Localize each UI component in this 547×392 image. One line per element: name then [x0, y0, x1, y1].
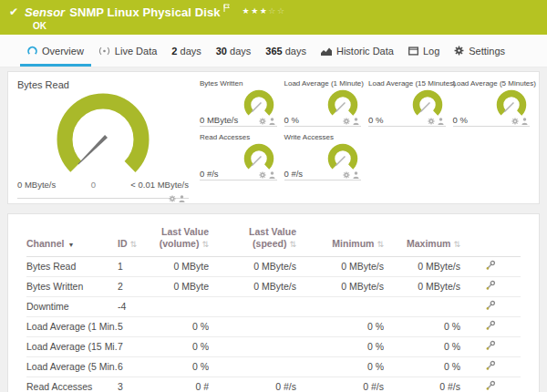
cell-id: 1: [118, 257, 152, 277]
tab-label: Historic Data: [336, 46, 394, 57]
table-row-downtime[interactable]: Downtime-4: [26, 297, 521, 317]
gauge-panel-read-accesses: Read Accesses0 #/s: [200, 133, 277, 181]
tab-label: Log: [423, 46, 439, 57]
tab-label: 2 days: [171, 46, 201, 57]
gauge-bottom-row: 0 %: [453, 115, 531, 127]
gauge-user-icon[interactable]: [179, 195, 185, 202]
edit-channel-wrench-icon[interactable]: [485, 320, 496, 331]
gauge-user-icon[interactable]: [521, 118, 528, 125]
tab-log[interactable]: Log: [401, 35, 447, 67]
scale-min-label: 0 MByte/s: [17, 180, 56, 190]
edit-channel-wrench-icon[interactable]: [485, 360, 496, 371]
gauge-panel-load-average-1-minute: Load Average (1 Minute)0 %: [284, 79, 362, 127]
cell-actions: [460, 317, 521, 337]
cell-min: [296, 297, 384, 317]
status-badge: OK: [33, 21, 538, 31]
table-row-load-average-15-mi[interactable]: Load Average (15 Mi...70 %0 %0 %: [26, 337, 521, 357]
tab-365-days[interactable]: 365 days: [258, 35, 314, 67]
gauge-title: Write Accesses: [284, 133, 335, 141]
gauge-settings-icon[interactable]: [169, 195, 176, 202]
sort-icon: ⇅: [377, 240, 384, 249]
cell-min: 0 MByte/s: [296, 257, 384, 277]
gauge-mini-icons: [343, 118, 359, 125]
cell-speed: [209, 337, 296, 357]
table-row-bytes-read[interactable]: Bytes Read10 MByte0 MByte/s0 MByte/s0 MB…: [26, 257, 521, 277]
cell-actions: [460, 357, 521, 377]
cell-volume: 0 %: [152, 317, 209, 337]
sort-icon: ⇅: [201, 240, 209, 249]
table-row-load-average-1-min[interactable]: Load Average (1 Min...50 %0 %0 %: [26, 317, 521, 337]
cell-max: 0 MByte/s: [384, 257, 460, 277]
column-header-last-value-speed[interactable]: Last Value (speed)⇅: [209, 223, 296, 257]
small-gauges-grid: Bytes Written0 MByte/sLoad Average (1 Mi…: [200, 79, 530, 198]
overview-icon: [27, 46, 37, 56]
cell-id: -4: [118, 297, 152, 317]
tab-label: 30 days: [216, 46, 252, 57]
gauge-user-icon[interactable]: [353, 118, 359, 125]
status-ok-check-icon: ✔: [9, 5, 18, 18]
gauge-user-icon[interactable]: [269, 118, 275, 125]
table-row-load-average-5-min[interactable]: Load Average (5 Min...60 %0 %0 %: [26, 357, 521, 377]
cell-channel: Load Average (5 Min...: [26, 357, 118, 377]
gauge-settings-icon[interactable]: [428, 118, 435, 125]
gauge-bottom-row: 0 #/s: [200, 169, 277, 181]
main-gauge-title: Bytes Read: [17, 79, 189, 92]
tab-historic-data[interactable]: Historic Data: [314, 35, 401, 67]
column-header-channel[interactable]: Channel▼: [26, 223, 118, 257]
tab-bar: OverviewLive Data2 days30 days365 daysHi…: [0, 35, 547, 67]
tab-overview[interactable]: Overview: [20, 35, 91, 67]
edit-channel-wrench-icon[interactable]: [485, 280, 496, 291]
log-icon: [408, 46, 418, 56]
cell-id: 5: [118, 317, 152, 337]
cell-id: 6: [118, 357, 152, 377]
gauge-user-icon[interactable]: [438, 118, 444, 125]
gauge-settings-icon[interactable]: [259, 171, 266, 179]
tab-2-days[interactable]: 2 days: [164, 35, 208, 67]
gauge-mini-icons: [343, 171, 359, 179]
gauge-user-icon[interactable]: [353, 171, 359, 179]
gauge-mini-icons: [259, 171, 275, 179]
column-header-last-value-volume[interactable]: Last Value(volume)⇅: [152, 223, 209, 257]
gauges-card: Bytes Read 0 MByte/s 0 < 0.01 MByte/s By…: [7, 71, 540, 204]
cell-channel: Load Average (15 Mi...: [26, 337, 118, 357]
column-header-minimum[interactable]: Minimum⇅: [296, 223, 384, 257]
gauge-title: Load Average (5 Minutes): [453, 79, 536, 88]
gauge-value: 0 #/s: [284, 169, 304, 179]
gauge-settings-icon[interactable]: [259, 118, 266, 125]
cell-volume: 0 %: [152, 357, 209, 377]
live-data-icon: [98, 46, 110, 56]
gauge-settings-icon[interactable]: [343, 171, 350, 179]
edit-channel-wrench-icon[interactable]: [485, 340, 496, 351]
cell-volume: 0 %: [152, 337, 209, 357]
stars-empty: ☆☆: [268, 6, 285, 15]
tab-settings[interactable]: Settings: [447, 35, 512, 67]
cell-speed: [209, 357, 296, 377]
gauge-mini-icons: [259, 118, 275, 125]
tab-30-days[interactable]: 30 days: [209, 35, 259, 67]
column-header-id[interactable]: ID⇅: [118, 223, 152, 257]
edit-channel-wrench-icon[interactable]: [485, 300, 496, 311]
table-row-read-accesses[interactable]: Read Accesses30 #0 #/s0 #/s0 #/s: [26, 377, 521, 392]
cell-id: 2: [118, 277, 152, 297]
column-header-maximum[interactable]: Maximum⇅: [384, 223, 460, 257]
cell-actions: [460, 377, 521, 392]
gauge-settings-icon[interactable]: [343, 118, 350, 125]
main-gauge-needle: [77, 135, 108, 166]
gauge-user-icon[interactable]: [269, 171, 275, 179]
table-row-bytes-written[interactable]: Bytes Written20 MByte0 MByte/s0 MByte/s0…: [26, 277, 521, 297]
sensor-overview-page: ✔ Sensor SNMP Linux Physical Disk ★★★☆☆ …: [0, 0, 547, 392]
historic-data-icon: [321, 46, 332, 56]
main-gauge-arc: [49, 92, 158, 176]
gauge-settings-icon[interactable]: [511, 118, 519, 125]
tab-live-data[interactable]: Live Data: [91, 35, 164, 67]
edit-channel-wrench-icon[interactable]: [485, 380, 496, 391]
edit-channel-wrench-icon[interactable]: [485, 260, 496, 271]
priority-stars[interactable]: ★★★☆☆: [243, 6, 286, 15]
settings-icon: [454, 46, 464, 56]
cell-volume: [152, 297, 209, 317]
sensor-flag-icon: [223, 0, 230, 15]
gauge-title: Bytes Written: [200, 79, 243, 88]
channels-table: Channel▼ID⇅Last Value(volume)⇅Last Value…: [26, 223, 521, 392]
gauge-value: 0 %: [368, 115, 383, 125]
cell-actions: [460, 337, 521, 357]
